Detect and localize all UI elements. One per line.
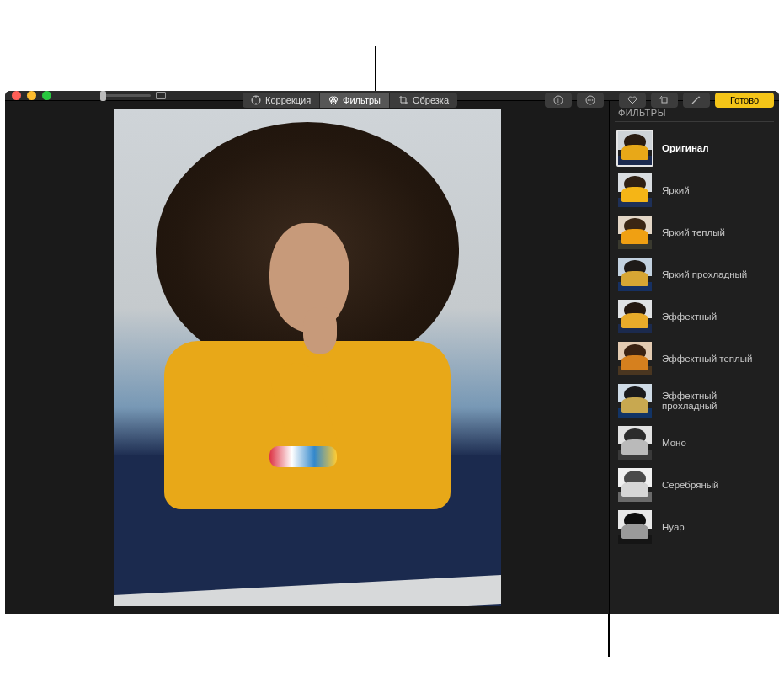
toolbar-right-group: i Готово <box>545 93 774 108</box>
filter-item-2[interactable]: Яркий теплый <box>615 211 774 253</box>
callout-line-bottom <box>608 612 610 657</box>
window-controls <box>12 91 51 100</box>
filters-sidebar: ФИЛЬТРЫ ОригиналЯркийЯркий теплыйЯркий п… <box>609 101 779 614</box>
filter-label: Яркий <box>662 185 690 195</box>
filter-label: Оригинал <box>662 143 709 153</box>
filters-tab-label: Фильтры <box>343 95 381 105</box>
svg-text:i: i <box>557 97 559 104</box>
fit-to-window-icon <box>156 92 166 99</box>
filter-item-0[interactable]: Оригинал <box>615 127 774 169</box>
filter-label: Яркий прохладный <box>662 269 747 279</box>
close-window-button[interactable] <box>12 91 21 100</box>
more-button[interactable] <box>577 93 604 108</box>
callout-line-top <box>375 46 376 92</box>
favorite-button[interactable] <box>619 93 646 108</box>
minimize-window-button[interactable] <box>27 91 36 100</box>
filter-thumbnail <box>616 382 653 419</box>
filters-sidebar-title: ФИЛЬТРЫ <box>615 106 774 122</box>
filter-label: Эффектный прохладный <box>662 391 772 411</box>
auto-enhance-button[interactable] <box>683 93 710 108</box>
svg-point-9 <box>592 99 594 101</box>
filter-item-8[interactable]: Серебряный <box>615 464 774 506</box>
zoom-slider[interactable] <box>100 92 166 99</box>
rotate-button[interactable] <box>651 93 678 108</box>
done-button[interactable]: Готово <box>715 93 774 108</box>
filter-label: Эффектный теплый <box>662 354 752 364</box>
photo-canvas-area <box>5 101 609 614</box>
filter-item-6[interactable]: Эффектный прохладный <box>615 380 774 422</box>
fullscreen-window-button[interactable] <box>42 91 51 100</box>
filters-icon <box>328 95 339 105</box>
svg-point-8 <box>589 99 591 101</box>
svg-rect-10 <box>662 98 667 103</box>
filter-thumbnail <box>616 508 653 546</box>
photos-edit-window: Коррекция Фильтры Обрезка i <box>5 91 779 614</box>
filter-label: Серебряный <box>662 480 718 490</box>
filter-label: Моно <box>662 438 686 448</box>
edited-photo[interactable] <box>114 109 501 606</box>
filter-thumbnail <box>616 172 653 209</box>
filter-thumbnail <box>616 424 653 461</box>
filter-item-3[interactable]: Яркий прохладный <box>615 253 774 295</box>
crop-tab-label: Обрезка <box>413 95 449 105</box>
edit-mode-segmented-control: Коррекция Фильтры Обрезка <box>243 93 457 108</box>
filter-thumbnail <box>616 466 653 503</box>
filter-thumbnail <box>616 340 653 377</box>
content-area: ФИЛЬТРЫ ОригиналЯркийЯркий теплыйЯркий п… <box>5 101 779 614</box>
adjust-tab-label: Коррекция <box>265 95 311 105</box>
done-button-label: Готово <box>730 95 759 105</box>
titlebar: Коррекция Фильтры Обрезка i <box>5 91 779 101</box>
filter-item-9[interactable]: Нуар <box>615 506 774 548</box>
filter-thumbnail <box>616 256 653 293</box>
filter-label: Нуар <box>662 522 685 532</box>
filter-label: Яркий теплый <box>662 227 725 237</box>
filter-item-5[interactable]: Эффектный теплый <box>615 338 774 380</box>
crop-tab[interactable]: Обрезка <box>390 93 457 108</box>
crop-icon <box>398 95 408 105</box>
adjust-icon <box>251 95 261 105</box>
filter-item-7[interactable]: Моно <box>615 422 774 464</box>
filter-label: Эффектный <box>662 311 717 322</box>
filter-thumbnail <box>616 214 653 251</box>
adjust-tab[interactable]: Коррекция <box>243 93 320 108</box>
svg-point-7 <box>588 99 589 101</box>
filter-thumbnail <box>616 130 653 167</box>
info-button[interactable]: i <box>545 93 572 108</box>
filters-tab[interactable]: Фильтры <box>320 93 390 108</box>
filter-thumbnail <box>616 298 653 335</box>
filter-item-1[interactable]: Яркий <box>615 169 774 211</box>
filter-item-4[interactable]: Эффектный <box>615 295 774 338</box>
filter-list: ОригиналЯркийЯркий теплыйЯркий прохладны… <box>615 127 774 548</box>
